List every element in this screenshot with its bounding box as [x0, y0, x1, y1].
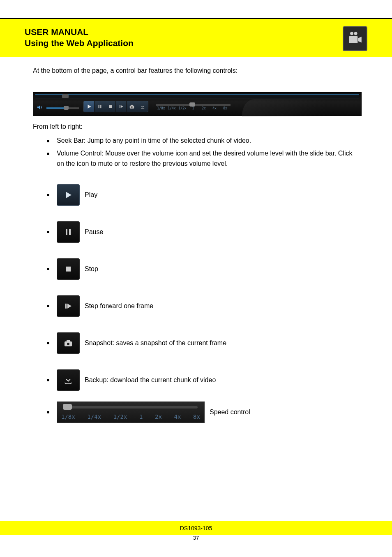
bullet-volume: Volume Control: Mouse over the volume ic… [47, 149, 359, 169]
svg-point-0 [350, 32, 353, 35]
bullet-step: Step forward one frame [47, 295, 359, 317]
header-text-block: USER MANUAL Using the Web Application [0, 19, 392, 49]
stop-icon [57, 258, 80, 280]
bullet-play: Play [47, 184, 359, 206]
playback-button-group [83, 101, 148, 112]
speed-slider-small[interactable]: 1/8x 1/4x 1/2x 1 2x 4x 8x [156, 104, 231, 110]
svg-marker-19 [67, 304, 71, 309]
header-line-1: USER MANUAL [25, 26, 392, 37]
snapshot-button[interactable] [127, 101, 137, 112]
step-forward-button[interactable] [116, 101, 127, 112]
bullet-stop: Stop [47, 258, 359, 280]
svg-marker-5 [88, 104, 91, 108]
svg-marker-14 [66, 192, 71, 198]
svg-rect-7 [100, 105, 101, 108]
step-forward-icon [57, 295, 80, 317]
bullet-download-text: Backup: download the current chunk of vi… [85, 375, 216, 385]
svg-rect-6 [98, 105, 99, 108]
svg-point-1 [354, 32, 357, 35]
svg-point-22 [67, 343, 69, 345]
svg-rect-15 [66, 229, 67, 235]
bullet-step-text: Step forward one frame [85, 301, 153, 311]
control-bar-right-curve [242, 99, 361, 116]
bullet-pause-text: Pause [85, 227, 103, 237]
bullet-snapshot: Snapshot: saves a snapshot of the curren… [47, 332, 359, 354]
stop-button[interactable] [105, 101, 116, 112]
snapshot-icon [57, 332, 80, 354]
svg-rect-12 [131, 105, 133, 106]
svg-marker-4 [37, 105, 40, 110]
bullet-download: Backup: download the current chunk of vi… [47, 369, 359, 391]
svg-rect-2 [349, 36, 358, 43]
camera-recorder-icon [343, 26, 367, 51]
seek-thumb[interactable] [62, 94, 69, 98]
speed-knob-large[interactable] [63, 404, 72, 410]
speed-slider-large: 1/8x 1/4x 1/2x 1 2x 4x 8x [57, 402, 205, 423]
download-icon [57, 369, 80, 391]
seek-bar[interactable] [35, 94, 359, 98]
svg-rect-8 [109, 105, 112, 108]
bullet-snapshot-text: Snapshot: saves a snapshot of the curren… [85, 338, 226, 348]
playback-control-bar: 1/8x 1/4x 1/2x 1 2x 4x 8x [33, 92, 362, 116]
bullet-stop-text: Stop [85, 264, 98, 274]
speed-labels-large: 1/8x 1/4x 1/2x 1 2x 4x 8x [61, 413, 200, 420]
under-bar-text: From left to right: [33, 122, 359, 132]
bullet-volume-text: Volume Control: Mouse over the volume ic… [57, 149, 359, 169]
bullet-speed-text: Speed control [210, 407, 250, 418]
intro-text: At the bottom of the page, a control bar… [33, 66, 359, 76]
pause-button[interactable] [95, 101, 105, 112]
play-button[interactable] [84, 101, 95, 112]
header-band: USER MANUAL Using the Web Application [0, 19, 392, 57]
bullet-play-text: Play [85, 190, 97, 200]
volume-slider[interactable] [46, 107, 79, 109]
header-line-2: Using the Web Application [25, 37, 392, 49]
bullet-list: Seek Bar: Jump to any point in time of t… [47, 136, 359, 425]
svg-point-13 [131, 106, 133, 108]
speed-labels-small: 1/8x 1/4x 1/2x 1 2x 4x 8x [156, 107, 231, 110]
svg-rect-9 [119, 105, 120, 108]
bullet-seek: Seek Bar: Jump to any point in time of t… [47, 136, 359, 146]
svg-rect-16 [69, 229, 71, 235]
svg-marker-3 [358, 37, 362, 42]
svg-rect-21 [67, 340, 70, 342]
download-button[interactable] [137, 101, 148, 112]
footer-code: DS1093-105 [180, 525, 212, 531]
svg-rect-17 [66, 267, 71, 272]
svg-rect-18 [65, 304, 67, 309]
play-icon [57, 184, 80, 206]
footer-page: 37 [0, 535, 392, 547]
footer-band: DS1093-105 [0, 521, 392, 535]
bullet-pause: Pause [47, 221, 359, 243]
svg-marker-10 [120, 105, 123, 108]
bullet-seek-text: Seek Bar: Jump to any point in time of t… [57, 136, 251, 146]
volume-icon[interactable] [37, 104, 43, 111]
pause-icon [57, 221, 80, 243]
volume-knob[interactable] [64, 106, 69, 110]
speed-knob-small[interactable] [189, 102, 195, 107]
bullet-speed: 1/8x 1/4x 1/2x 1 2x 4x 8x Speed control [47, 402, 359, 423]
